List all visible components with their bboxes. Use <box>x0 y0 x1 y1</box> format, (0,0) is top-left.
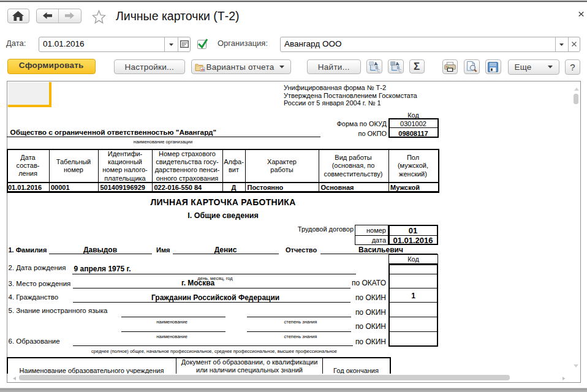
svg-text:C: C <box>399 68 401 72</box>
svg-text:C: C <box>377 68 380 72</box>
